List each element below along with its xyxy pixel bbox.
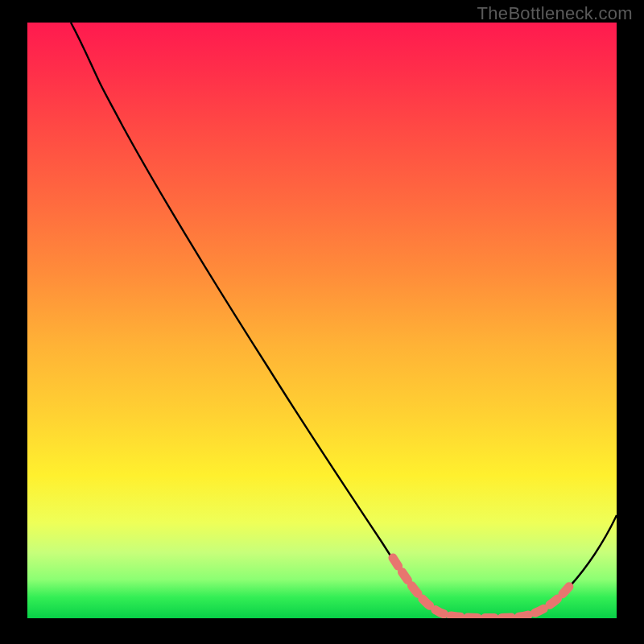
curve-path bbox=[71, 23, 617, 618]
watermark-text: TheBottleneck.com bbox=[477, 3, 633, 24]
marker-dashes bbox=[393, 558, 572, 618]
plot-area bbox=[27, 23, 617, 618]
chart-frame: TheBottleneck.com bbox=[0, 0, 644, 644]
bottleneck-curve bbox=[27, 23, 617, 618]
